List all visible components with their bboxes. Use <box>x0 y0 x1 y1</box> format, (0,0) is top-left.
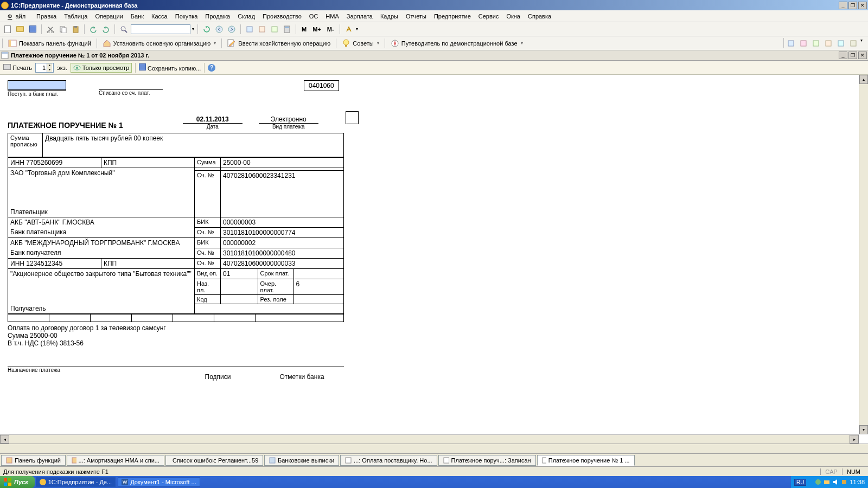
wtab-amortization[interactable]: ...: Амортизация НМА и спи... <box>67 455 164 466</box>
right-tool-3[interactable] <box>810 38 821 49</box>
maximize-button[interactable]: ❐ <box>848 2 857 9</box>
wtab-errors[interactable]: Список ошибок: Регламент...59 <box>165 455 263 466</box>
view-only-button[interactable]: Только просмотр <box>71 63 132 73</box>
menu-personnel[interactable]: Кадры <box>377 12 401 21</box>
right-tool-5[interactable] <box>835 38 846 49</box>
received-field[interactable] <box>8 80 66 90</box>
right-tool-6[interactable] <box>848 38 859 49</box>
purpose-label: Назначение платежа <box>8 367 344 373</box>
guide-button[interactable]: Путеводитель по демонстрационной базе <box>388 38 525 48</box>
doc-minimize-button[interactable]: _ <box>839 52 847 59</box>
wtab-func-panel[interactable]: Панель функций <box>1 455 66 466</box>
menu-enterprise[interactable]: Предприятие <box>431 12 474 21</box>
task-word[interactable]: W Документ1 - Microsoft ... <box>118 477 200 487</box>
minimize-button[interactable]: _ <box>839 2 847 9</box>
menu-nma[interactable]: НМА <box>322 12 342 21</box>
wtab-supplier-payment[interactable]: ...: Оплата поставщику. Но... <box>340 455 437 466</box>
menu-table[interactable]: Таблица <box>61 12 91 21</box>
date-label: Дата <box>183 124 242 130</box>
menu-help[interactable]: Справка <box>525 12 554 21</box>
menu-service[interactable]: Сервис <box>475 12 502 21</box>
menu-purchase[interactable]: Покупка <box>172 12 201 21</box>
copy-button[interactable] <box>58 24 68 35</box>
input-operation-button[interactable]: Ввести хозяйственную операцию <box>225 38 333 48</box>
language-indicator[interactable]: RU <box>794 479 806 486</box>
tool-1-button[interactable] <box>244 24 255 35</box>
menu-reports[interactable]: Отчеты <box>403 12 430 21</box>
set-main-org-button[interactable]: Установить основную организацию <box>100 38 219 48</box>
written-off-field <box>99 80 163 90</box>
doc-close-button[interactable]: ✕ <box>858 52 867 59</box>
wtab-payorder-saved[interactable]: Платежное поруч...: Записан <box>438 455 536 466</box>
copies-input[interactable] <box>36 65 47 71</box>
menu-production[interactable]: Производство <box>259 12 305 21</box>
tool-3-button[interactable] <box>269 24 280 35</box>
tray-icon-2[interactable] <box>824 479 830 485</box>
clock[interactable]: 11:38 <box>850 479 865 485</box>
refresh-button[interactable] <box>201 24 212 35</box>
scroll-up-button[interactable]: ▴ <box>859 75 868 84</box>
open-button[interactable] <box>15 24 25 35</box>
new-doc-button[interactable] <box>2 24 13 35</box>
right-tool-2[interactable] <box>798 38 809 49</box>
menu-windows[interactable]: Окна <box>503 12 524 21</box>
show-func-panel-button[interactable]: Показать панель функций <box>6 38 93 48</box>
memory-mminus[interactable]: M- <box>325 26 336 33</box>
memory-m[interactable]: M <box>299 26 309 33</box>
svg-rect-11 <box>259 27 265 32</box>
menu-salary[interactable]: Зарплата <box>343 12 376 21</box>
right-tool-4[interactable] <box>823 38 834 49</box>
scroll-right-button[interactable]: ▸ <box>850 435 859 444</box>
save-button[interactable] <box>27 24 38 35</box>
wtab-bank-statements[interactable]: Банковские выписки <box>264 455 339 466</box>
redo-button[interactable] <box>100 24 111 35</box>
memory-mplus[interactable]: M+ <box>310 26 323 33</box>
tray-volume-icon[interactable] <box>832 479 839 485</box>
menu-operations[interactable]: Операции <box>92 12 126 21</box>
spin-down[interactable]: ▾ <box>47 68 52 72</box>
vertical-scrollbar[interactable]: ▴ ▾ <box>859 75 868 434</box>
start-button[interactable]: Пуск <box>0 476 35 488</box>
right-tool-1[interactable] <box>786 38 796 49</box>
doc-restore-button[interactable]: ❐ <box>848 52 857 59</box>
close-button[interactable]: ✕ <box>858 2 867 9</box>
cut-button[interactable] <box>45 24 56 35</box>
search-input[interactable] <box>131 24 190 34</box>
task-1c-icon <box>40 479 46 485</box>
save-copy-button[interactable]: Сохранить копию... <box>139 63 201 72</box>
tool-2-button[interactable] <box>257 24 267 35</box>
svg-rect-12 <box>272 27 277 32</box>
menu-warehouse[interactable]: Склад <box>234 12 258 21</box>
tips-button[interactable]: Советы <box>340 38 381 48</box>
search-drop-icon[interactable]: ▾ <box>192 27 194 31</box>
payer-acc-label: Сч. № <box>195 171 221 217</box>
right-drop-icon[interactable]: ▾ <box>860 38 863 49</box>
scroll-left-button[interactable]: ◂ <box>0 435 9 444</box>
paste-button[interactable] <box>70 24 81 35</box>
task-1c[interactable]: 1С:Предприятие - Де... <box>36 477 116 487</box>
menu-bank[interactable]: Банк <box>127 12 147 21</box>
nav-fwd-button[interactable] <box>226 24 237 35</box>
tray-icon-4[interactable] <box>841 479 847 485</box>
tray-icon-1[interactable] <box>815 479 821 485</box>
menu-edit[interactable]: Правка <box>33 12 60 21</box>
style-button[interactable] <box>343 24 354 35</box>
menu-cash[interactable]: Касса <box>148 12 171 21</box>
find-button[interactable] <box>118 24 129 35</box>
menu-os[interactable]: ОС <box>306 12 322 21</box>
menu-sale[interactable]: Продажа <box>202 12 233 21</box>
print-button[interactable]: Печать <box>3 64 32 71</box>
undo-button[interactable] <box>88 24 99 35</box>
copies-spinner[interactable]: ▴▾ <box>35 63 54 73</box>
calc-button[interactable] <box>282 24 292 35</box>
horizontal-scrollbar[interactable]: ◂ ▸ <box>0 434 859 444</box>
style-drop-icon[interactable]: ▾ <box>356 27 358 31</box>
word-icon: W <box>122 479 128 485</box>
nav-back-button[interactable] <box>214 24 225 35</box>
wtab-payorder-current[interactable]: Платежное поручение № 1 ... <box>537 455 635 466</box>
app-icon <box>1 2 9 9</box>
spin-up[interactable]: ▴ <box>47 63 52 68</box>
menu-file[interactable]: Файл <box>4 12 32 21</box>
help-button[interactable]: ? <box>208 64 215 72</box>
scroll-down-button[interactable]: ▾ <box>859 425 868 434</box>
